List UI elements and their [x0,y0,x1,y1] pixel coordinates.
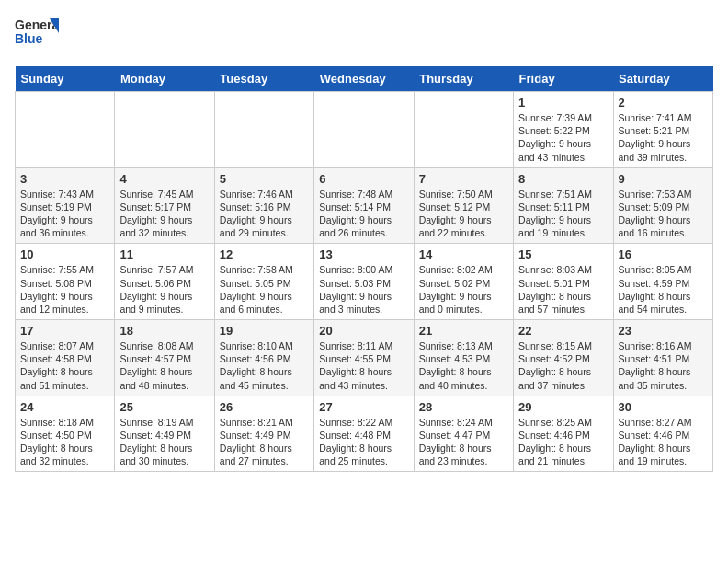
day-info: Sunrise: 8:22 AM Sunset: 4:48 PM Dayligh… [319,416,408,468]
day-number: 5 [220,172,309,186]
cell-5-7: 30Sunrise: 8:27 AM Sunset: 4:46 PM Dayli… [613,396,712,472]
day-number: 14 [419,247,508,261]
cell-1-2 [115,92,214,168]
day-number: 24 [20,400,109,414]
cell-4-7: 23Sunrise: 8:16 AM Sunset: 4:51 PM Dayli… [613,320,712,396]
cell-5-3: 26Sunrise: 8:21 AM Sunset: 4:49 PM Dayli… [214,396,313,472]
week-row-1: 1Sunrise: 7:39 AM Sunset: 5:22 PM Daylig… [16,92,713,168]
cell-4-5: 21Sunrise: 8:13 AM Sunset: 4:53 PM Dayli… [414,320,513,396]
cell-1-3 [214,92,313,168]
day-number: 2 [619,96,708,109]
day-number: 13 [319,247,408,261]
day-info: Sunrise: 8:02 AM Sunset: 5:02 PM Dayligh… [419,263,508,316]
cell-3-1: 10Sunrise: 7:55 AM Sunset: 5:08 PM Dayli… [16,244,115,320]
col-header-monday: Monday [115,66,214,92]
day-number: 12 [220,247,309,261]
day-info: Sunrise: 7:48 AM Sunset: 5:14 PM Dayligh… [319,188,408,240]
day-info: Sunrise: 7:41 AM Sunset: 5:21 PM Dayligh… [619,111,708,164]
cell-4-6: 22Sunrise: 8:15 AM Sunset: 4:52 PM Dayli… [514,320,613,396]
cell-3-3: 12Sunrise: 7:58 AM Sunset: 5:05 PM Dayli… [214,244,313,320]
day-info: Sunrise: 8:24 AM Sunset: 4:47 PM Dayligh… [419,416,508,468]
week-row-4: 17Sunrise: 8:07 AM Sunset: 4:58 PM Dayli… [16,320,713,396]
cell-5-5: 28Sunrise: 8:24 AM Sunset: 4:47 PM Dayli… [414,396,513,472]
logo-svg: General Blue [15,15,59,55]
day-info: Sunrise: 7:51 AM Sunset: 5:11 PM Dayligh… [518,188,608,240]
day-info: Sunrise: 8:05 AM Sunset: 4:59 PM Dayligh… [619,263,708,316]
day-number: 7 [419,172,508,186]
day-info: Sunrise: 8:16 AM Sunset: 4:51 PM Dayligh… [619,339,708,392]
col-header-tuesday: Tuesday [214,66,313,92]
cell-3-2: 11Sunrise: 7:57 AM Sunset: 5:06 PM Dayli… [115,244,214,320]
day-info: Sunrise: 8:18 AM Sunset: 4:50 PM Dayligh… [20,416,109,468]
day-info: Sunrise: 7:58 AM Sunset: 5:05 PM Dayligh… [220,263,309,316]
cell-1-5 [414,92,513,168]
col-header-saturday: Saturday [613,66,712,92]
day-number: 19 [220,324,309,338]
day-number: 20 [319,324,408,338]
week-row-3: 10Sunrise: 7:55 AM Sunset: 5:08 PM Dayli… [16,244,713,320]
day-number: 11 [119,247,209,261]
day-number: 10 [20,247,109,261]
cell-5-2: 25Sunrise: 8:19 AM Sunset: 4:49 PM Dayli… [115,396,214,472]
day-number: 18 [119,324,209,338]
day-number: 3 [20,172,109,186]
day-info: Sunrise: 7:39 AM Sunset: 5:22 PM Dayligh… [518,111,608,164]
day-number: 29 [518,400,608,414]
day-number: 28 [419,400,508,414]
day-info: Sunrise: 8:15 AM Sunset: 4:52 PM Dayligh… [518,339,608,392]
cell-2-7: 9Sunrise: 7:53 AM Sunset: 5:09 PM Daylig… [613,167,712,244]
cell-1-4 [314,92,414,168]
cell-2-6: 8Sunrise: 7:51 AM Sunset: 5:11 PM Daylig… [514,167,613,244]
cell-2-5: 7Sunrise: 7:50 AM Sunset: 5:12 PM Daylig… [414,167,513,244]
day-number: 1 [518,96,608,109]
cell-2-1: 3Sunrise: 7:43 AM Sunset: 5:19 PM Daylig… [16,167,115,244]
col-header-friday: Friday [514,66,613,92]
col-header-sunday: Sunday [16,66,115,92]
cell-3-6: 15Sunrise: 8:03 AM Sunset: 5:01 PM Dayli… [514,244,613,320]
day-number: 27 [319,400,408,414]
day-number: 15 [518,247,608,261]
day-info: Sunrise: 8:03 AM Sunset: 5:01 PM Dayligh… [518,263,608,316]
day-number: 25 [119,400,209,414]
week-row-5: 24Sunrise: 8:18 AM Sunset: 4:50 PM Dayli… [16,396,713,472]
day-info: Sunrise: 8:00 AM Sunset: 5:03 PM Dayligh… [319,263,408,316]
cell-3-4: 13Sunrise: 8:00 AM Sunset: 5:03 PM Dayli… [314,244,414,320]
day-info: Sunrise: 7:46 AM Sunset: 5:16 PM Dayligh… [220,188,309,240]
header-row: SundayMondayTuesdayWednesdayThursdayFrid… [16,66,713,92]
day-info: Sunrise: 8:25 AM Sunset: 4:46 PM Dayligh… [518,416,608,468]
cell-3-7: 16Sunrise: 8:05 AM Sunset: 4:59 PM Dayli… [613,244,712,320]
col-header-wednesday: Wednesday [314,66,414,92]
cell-1-6: 1Sunrise: 7:39 AM Sunset: 5:22 PM Daylig… [514,92,613,168]
calendar-table: SundayMondayTuesdayWednesdayThursdayFrid… [15,66,713,472]
col-header-thursday: Thursday [414,66,513,92]
svg-text:Blue: Blue [15,31,43,46]
day-number: 21 [419,324,508,338]
header: General Blue [15,15,713,55]
day-info: Sunrise: 7:43 AM Sunset: 5:19 PM Dayligh… [20,188,109,240]
cell-4-4: 20Sunrise: 8:11 AM Sunset: 4:55 PM Dayli… [314,320,414,396]
day-number: 16 [619,247,708,261]
cell-2-2: 4Sunrise: 7:45 AM Sunset: 5:17 PM Daylig… [115,167,214,244]
day-number: 4 [119,172,209,186]
cell-5-6: 29Sunrise: 8:25 AM Sunset: 4:46 PM Dayli… [514,396,613,472]
day-info: Sunrise: 8:08 AM Sunset: 4:57 PM Dayligh… [119,339,209,392]
cell-4-1: 17Sunrise: 8:07 AM Sunset: 4:58 PM Dayli… [16,320,115,396]
cell-5-1: 24Sunrise: 8:18 AM Sunset: 4:50 PM Dayli… [16,396,115,472]
day-info: Sunrise: 7:45 AM Sunset: 5:17 PM Dayligh… [119,188,209,240]
day-info: Sunrise: 8:21 AM Sunset: 4:49 PM Dayligh… [220,416,309,468]
day-info: Sunrise: 8:07 AM Sunset: 4:58 PM Dayligh… [20,339,109,392]
cell-4-2: 18Sunrise: 8:08 AM Sunset: 4:57 PM Dayli… [115,320,214,396]
day-info: Sunrise: 7:57 AM Sunset: 5:06 PM Dayligh… [119,263,209,316]
day-info: Sunrise: 7:50 AM Sunset: 5:12 PM Dayligh… [419,188,508,240]
cell-3-5: 14Sunrise: 8:02 AM Sunset: 5:02 PM Dayli… [414,244,513,320]
day-number: 17 [20,324,109,338]
day-number: 23 [619,324,708,338]
cell-2-4: 6Sunrise: 7:48 AM Sunset: 5:14 PM Daylig… [314,167,414,244]
day-number: 9 [619,172,708,186]
day-number: 30 [619,400,708,414]
day-info: Sunrise: 8:13 AM Sunset: 4:53 PM Dayligh… [419,339,508,392]
day-info: Sunrise: 8:27 AM Sunset: 4:46 PM Dayligh… [619,416,708,468]
day-info: Sunrise: 7:53 AM Sunset: 5:09 PM Dayligh… [619,188,708,240]
logo: General Blue [15,15,59,55]
day-number: 8 [518,172,608,186]
